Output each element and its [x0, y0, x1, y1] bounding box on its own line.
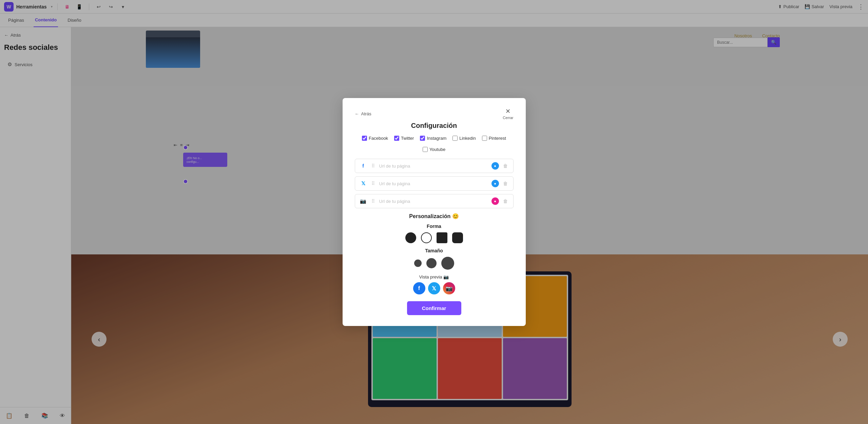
configuration-modal: ← Atrás ✕ Cerrar Configuración Facebook … [343, 98, 526, 326]
facebook-settings-button[interactable]: ● [491, 162, 499, 170]
twitter-icon: 𝕏 [359, 179, 367, 188]
sizes-row [355, 257, 514, 270]
twitter-settings-button[interactable]: ● [491, 180, 499, 187]
personalization-title: Personalización 😊 [355, 213, 514, 219]
linkedin-checkbox[interactable] [452, 136, 458, 141]
preview-twitter-icon[interactable]: 𝕏 [428, 282, 440, 294]
close-x-icon: ✕ [505, 108, 510, 115]
shape-label: Forma [355, 224, 514, 229]
modal-title: Configuración [355, 122, 514, 130]
social-preview-icons: f 𝕏 📷 [355, 282, 514, 294]
modal-header: ← Atrás ✕ Cerrar [355, 108, 514, 120]
checkbox-instagram[interactable]: Instagram [420, 136, 446, 141]
checkbox-linkedin[interactable]: Linkedin [452, 136, 476, 141]
instagram-url-row: 📷 ⠿ Url de tu página ● 🗑 [355, 194, 514, 208]
facebook-delete-button[interactable]: 🗑 [502, 162, 509, 170]
twitter-checkbox[interactable] [394, 136, 399, 141]
modal-back-button[interactable]: ← Atrás [355, 111, 371, 116]
instagram-url-input[interactable]: Url de tu página [379, 199, 489, 204]
twitter-delete-button[interactable]: 🗑 [502, 180, 509, 187]
modal-back-arrow-icon: ← [355, 111, 359, 116]
twitter-url-input[interactable]: Url de tu página [379, 181, 489, 186]
instagram-settings-button[interactable]: ● [491, 197, 499, 205]
size-large[interactable] [441, 257, 454, 270]
instagram-drag-handle[interactable]: ⠿ [371, 198, 375, 204]
shape-filled-circle[interactable] [405, 232, 416, 243]
instagram-checkbox[interactable] [420, 136, 425, 141]
pinterest-checkbox[interactable] [482, 136, 487, 141]
size-medium[interactable] [426, 258, 437, 268]
checkbox-facebook[interactable]: Facebook [362, 136, 388, 141]
instagram-icon: 📷 [359, 197, 367, 205]
preview-label: Vista previa 📷 [355, 274, 514, 280]
checkbox-pinterest[interactable]: Pinterest [482, 136, 506, 141]
size-small[interactable] [414, 259, 422, 267]
facebook-url-input[interactable]: Url de tu página [379, 163, 489, 169]
twitter-url-row: 𝕏 ⠿ Url de tu página ● 🗑 [355, 176, 514, 191]
social-checkboxes: Facebook Twitter Instagram Linkedin Pint… [355, 136, 514, 152]
facebook-icon: f [359, 162, 367, 170]
facebook-url-row: f ⠿ Url de tu página ● 🗑 [355, 159, 514, 173]
modal-close-button[interactable]: ✕ Cerrar [503, 108, 513, 120]
facebook-checkbox[interactable] [362, 136, 367, 141]
shapes-row [355, 232, 514, 243]
confirm-button[interactable]: Confirmar [407, 301, 461, 315]
checkbox-youtube[interactable]: Youtube [423, 147, 445, 152]
checkbox-twitter[interactable]: Twitter [394, 136, 414, 141]
preview-instagram-icon[interactable]: 📷 [443, 282, 455, 294]
preview-facebook-icon[interactable]: f [413, 282, 425, 294]
twitter-drag-handle[interactable]: ⠿ [371, 181, 375, 186]
shape-square[interactable] [452, 232, 463, 243]
shape-outline-circle[interactable] [421, 232, 432, 243]
instagram-delete-button[interactable]: 🗑 [502, 197, 509, 205]
size-label: Tamaño [355, 248, 514, 253]
youtube-checkbox[interactable] [423, 147, 428, 152]
facebook-drag-handle[interactable]: ⠿ [371, 163, 375, 169]
shape-rounded-square[interactable] [437, 232, 447, 243]
personalization-section: Personalización 😊 Forma Tamaño Vista pre… [355, 213, 514, 294]
